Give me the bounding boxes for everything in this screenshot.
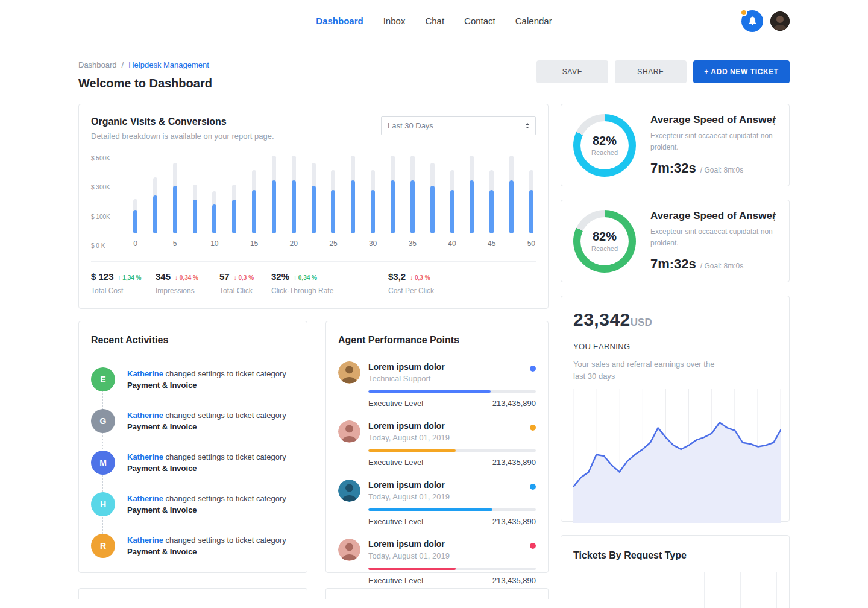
bar-chart-plot: 05101520253035404550: [126, 154, 536, 249]
cutoff-card-right: [326, 588, 549, 599]
bar-total: [133, 199, 137, 233]
bar: [272, 156, 276, 233]
agent-avatar: [338, 539, 360, 561]
agent-performance-title: Agent Performance Points: [338, 335, 536, 346]
avg-speed-value: 7m:32s: [650, 160, 696, 176]
agent-points: 213,435,890: [492, 399, 536, 408]
bar: 0: [133, 199, 137, 233]
user-avatar[interactable]: [770, 11, 790, 31]
activity-category: Payment & Invoice: [127, 421, 286, 432]
bar-chart: $ 500K$ 300K$ 100K$ 0 K 0510152025303540…: [91, 154, 536, 250]
y-tick-label: $ 300K: [91, 184, 126, 191]
tickets-card-title: Tickets By Request Type: [573, 550, 777, 561]
save-button[interactable]: SAVE: [536, 60, 608, 83]
bar: 45: [489, 170, 494, 233]
tickets-chart-area: [561, 572, 789, 608]
avg-speed-value: 7m:32s: [650, 256, 696, 272]
breadcrumb-dashboard[interactable]: Dashboard: [78, 60, 117, 69]
x-tick-label: 45: [488, 239, 495, 248]
bar-total: [391, 156, 395, 233]
breadcrumb-helpdesk-management[interactable]: Helpdesk Management: [128, 60, 209, 69]
kpi-top: $ 123↑ 1,34 %: [91, 271, 149, 282]
organic-visits-card: Organic Visits & Conversions Detailed br…: [78, 104, 549, 309]
tickets-by-request-type-card: Tickets By Request Type: [561, 535, 790, 608]
share-button[interactable]: SHARE: [615, 60, 687, 83]
nav-item-inbox[interactable]: Inbox: [383, 16, 406, 26]
period-select[interactable]: Last 30 Days: [381, 116, 536, 135]
kpi-label: Impressions: [156, 287, 213, 295]
bar-total: [292, 156, 296, 233]
x-tick-label: 0: [133, 239, 137, 248]
status-dot: [530, 484, 536, 490]
kpi-top: 32%↑ 0,34 %: [271, 271, 350, 282]
kpi-impressions: 345↓ 0,34 %Impressions: [156, 271, 219, 295]
kpi-label: Click-Through Rate: [271, 287, 350, 295]
bar: 15: [252, 170, 256, 233]
nav-item-chat[interactable]: Chat: [425, 16, 444, 26]
bar-total: [173, 163, 177, 233]
notifications-button[interactable]: [741, 10, 763, 32]
page-content: Dashboard / Helpdesk Management Welcome …: [0, 60, 868, 608]
bar-total: [312, 163, 316, 233]
nav-item-contact[interactable]: Contact: [464, 16, 495, 26]
bar-total: [232, 185, 236, 233]
agent-progress-bar: [368, 568, 536, 570]
kpi-value: 345: [156, 271, 171, 282]
agent-name: Lorem ipsum dolor: [368, 362, 445, 372]
earnings-amount: 23,342: [573, 309, 631, 330]
ring-percent: 82%: [593, 134, 617, 148]
activity-actor-link[interactable]: Katherine: [127, 411, 163, 420]
organic-card-subtitle: Detailed breakdown is available on your …: [91, 131, 274, 141]
add-new-ticket-button[interactable]: + ADD NEW TICKET: [693, 60, 790, 83]
activity-item: RKatherine changed settings to ticket ca…: [91, 534, 295, 558]
kpi-delta: ↑ 1,34 %: [118, 274, 142, 281]
x-tick-label: 25: [329, 239, 337, 248]
activity-text: Katherine changed settings to ticket cat…: [127, 534, 286, 557]
kebab-menu-icon[interactable]: ⋮: [767, 113, 782, 128]
nav-item-dashboard[interactable]: Dashboard: [316, 16, 363, 26]
ring-percent-label: Reached: [591, 149, 618, 156]
kpi-label: Total Click: [219, 287, 265, 295]
avg-speed-desc: Excepteur sint occaecat cupidatat non pr…: [650, 226, 798, 249]
bar: [351, 156, 355, 233]
bar-total: [509, 156, 514, 233]
activity-actor-link[interactable]: Katherine: [127, 452, 163, 461]
agent-level-row: Executive Level213,435,890: [368, 576, 536, 585]
right-column: ⋮ 82% Reached Average Speed of Answer Ex…: [561, 104, 790, 608]
avg-speed-card-1: ⋮ 82% Reached Average Speed of Answer Ex…: [561, 104, 790, 186]
earnings-area-chart: [573, 389, 780, 523]
agent-name: Lorem ipsum dolor: [368, 539, 450, 549]
header-icons: [741, 10, 790, 32]
bar-fill: [351, 180, 355, 233]
agent-level-label: Executive Level: [368, 517, 423, 526]
bar-fill: [430, 186, 435, 233]
activity-list: EKatherine changed settings to ticket ca…: [91, 367, 295, 558]
bar-fill: [391, 180, 395, 233]
activity-item: HKatherine changed settings to ticket ca…: [91, 492, 295, 516]
activity-actor-link[interactable]: Katherine: [127, 369, 163, 378]
breadcrumb-separator: /: [122, 60, 124, 69]
bar-fill: [292, 180, 296, 233]
agent-level-label: Executive Level: [368, 576, 423, 585]
agent-level-row: Executive Level213,435,890: [368, 399, 536, 408]
bar-total: [252, 170, 256, 233]
kpi-value: 57: [219, 271, 230, 282]
bar: [430, 163, 435, 233]
avg-speed-goal: / Goal: 8m:0s: [700, 166, 743, 174]
activity-actor-link[interactable]: Katherine: [127, 494, 163, 503]
bar-total: [489, 170, 494, 233]
recent-activities-title: Recent Activities: [91, 335, 295, 346]
page-actions: SAVE SHARE + ADD NEW TICKET: [536, 60, 790, 83]
agent-level-row: Executive Level213,435,890: [368, 458, 536, 467]
x-tick-label: 15: [250, 239, 258, 248]
agent-top-row: Lorem ipsum dolorTechnical Support: [338, 361, 536, 384]
nav-item-calendar[interactable]: Calendar: [515, 16, 552, 26]
kpi-delta: ↑ 0,34 %: [294, 274, 317, 281]
y-tick-label: $ 100K: [91, 214, 126, 220]
kpi-strip: $ 123↑ 1,34 %Total Cost345↓ 0,34 %Impres…: [91, 261, 536, 300]
activity-actor-link[interactable]: Katherine: [127, 536, 163, 545]
bar-fill: [450, 190, 454, 233]
activity-avatar: H: [91, 492, 115, 516]
kebab-menu-icon[interactable]: ⋮: [767, 209, 782, 224]
activity-text: Katherine changed settings to ticket cat…: [127, 409, 286, 432]
